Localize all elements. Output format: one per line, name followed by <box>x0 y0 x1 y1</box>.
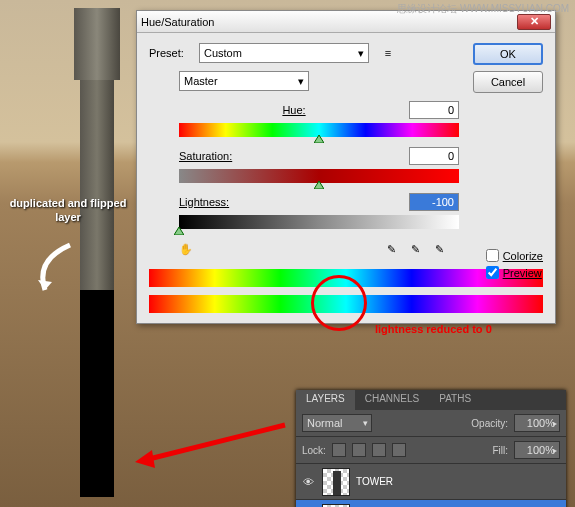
hue-slider[interactable] <box>179 123 459 137</box>
lock-all-icon[interactable] <box>392 443 406 457</box>
hue-label: Hue: <box>179 104 409 116</box>
eyedropper-sub-icon[interactable]: ✎ <box>435 243 453 261</box>
lightness-thumb[interactable] <box>174 225 184 233</box>
colorize-checkbox[interactable]: Colorize <box>486 249 543 262</box>
lightness-input[interactable]: -100 <box>409 193 459 211</box>
layers-panel: LAYERS CHANNELS PATHS Normal Opacity: 10… <box>296 390 566 507</box>
hue-thumb[interactable] <box>314 133 324 141</box>
dialog-title: Hue/Saturation <box>141 16 517 28</box>
channel-select[interactable]: Master <box>179 71 309 91</box>
lock-brush-icon[interactable] <box>352 443 366 457</box>
ok-button[interactable]: OK <box>473 43 543 65</box>
tower-body <box>80 80 114 290</box>
fill-label: Fill: <box>492 445 508 456</box>
hue-saturation-dialog: Hue/Saturation ✕ OK Cancel Preset: Custo… <box>136 10 556 324</box>
tab-channels[interactable]: CHANNELS <box>355 390 429 410</box>
lock-transparency-icon[interactable] <box>332 443 346 457</box>
arrow-red-icon <box>130 420 290 470</box>
tower-top <box>74 8 120 80</box>
hand-icon[interactable]: ✋ <box>179 243 197 261</box>
panel-tabs: LAYERS CHANNELS PATHS <box>296 390 566 410</box>
watermark: 思缘设计论坛 WWW.MISSYUAN.COM <box>397 2 569 16</box>
arrow-curved-icon <box>30 240 80 300</box>
layer-row[interactable]: 👁 TOWER <box>296 464 566 500</box>
preview-checkbox[interactable]: Preview <box>486 266 543 279</box>
saturation-slider[interactable] <box>179 169 459 183</box>
layer-thumbnail <box>322 504 350 508</box>
lightness-label: Lightness: <box>179 196 409 208</box>
eyedropper-icon[interactable]: ✎ <box>387 243 405 261</box>
eyedropper-add-icon[interactable]: ✎ <box>411 243 429 261</box>
fill-input[interactable]: 100% <box>514 441 560 459</box>
tab-layers[interactable]: LAYERS <box>296 390 355 410</box>
layer-thumbnail <box>322 468 350 496</box>
opacity-label: Opacity: <box>471 418 508 429</box>
visibility-eye-icon[interactable]: 👁 <box>300 474 316 490</box>
lock-move-icon[interactable] <box>372 443 386 457</box>
tab-paths[interactable]: PATHS <box>429 390 481 410</box>
saturation-thumb[interactable] <box>314 179 324 187</box>
saturation-label: Saturation: <box>179 150 409 162</box>
saturation-input[interactable]: 0 <box>409 147 459 165</box>
lock-label: Lock: <box>302 445 326 456</box>
preset-menu-icon[interactable]: ≡ <box>379 44 397 62</box>
layer-row[interactable]: 👁 TOWER copy <box>296 500 566 507</box>
opacity-input[interactable]: 100% <box>514 414 560 432</box>
tower-shadow <box>80 290 114 497</box>
lightness-slider[interactable] <box>179 215 459 229</box>
annotation-duplicated: duplicated and flipped layer <box>8 196 128 225</box>
hue-input[interactable]: 0 <box>409 101 459 119</box>
annotation-lightness: lightness reduced to 0 <box>375 323 492 335</box>
blend-mode-select[interactable]: Normal <box>302 414 372 432</box>
spectrum-bar-top <box>149 269 543 287</box>
cancel-button[interactable]: Cancel <box>473 71 543 93</box>
spectrum-bar-bottom <box>149 295 543 313</box>
layer-name[interactable]: TOWER <box>356 476 393 487</box>
preset-label: Preset: <box>149 47 199 59</box>
preset-select[interactable]: Custom <box>199 43 369 63</box>
